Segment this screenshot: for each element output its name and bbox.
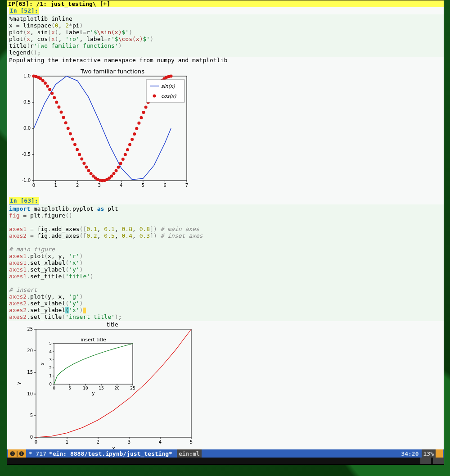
svg-point-40 xyxy=(62,116,65,119)
svg-text:15: 15 xyxy=(99,386,104,390)
svg-point-37 xyxy=(55,100,58,104)
svg-text:x: x xyxy=(112,445,115,449)
paren-match-open: ( xyxy=(65,307,69,313)
svg-text:10: 10 xyxy=(27,391,33,396)
svg-rect-120 xyxy=(54,344,133,384)
svg-point-72 xyxy=(135,127,138,130)
svg-point-63 xyxy=(115,169,118,172)
svg-text:sin(x): sin(x) xyxy=(161,83,176,89)
modeline-cursor-pos: 34:20 xyxy=(398,450,421,457)
svg-point-48 xyxy=(80,158,83,161)
svg-text:0: 0 xyxy=(53,386,55,390)
svg-text:y: y xyxy=(92,391,95,396)
stdout-1: Populating the interactive namespace fro… xyxy=(7,57,444,63)
svg-point-52 xyxy=(90,172,93,175)
svg-point-32 xyxy=(44,82,47,85)
svg-text:5: 5 xyxy=(68,386,71,390)
svg-point-43 xyxy=(69,132,72,136)
svg-text:10: 10 xyxy=(83,386,88,390)
svg-point-45 xyxy=(73,143,76,146)
modeline-percent: 13% xyxy=(422,449,436,458)
svg-point-62 xyxy=(112,172,115,175)
svg-point-33 xyxy=(46,85,49,88)
code-block-1[interactable]: %matplotlib inline x = linspace(0, 2*pi)… xyxy=(7,14,444,57)
notebook-cell-1: In [52]: %matplotlib inline x = linspace… xyxy=(7,7,444,193)
svg-text:5: 5 xyxy=(30,413,33,418)
svg-point-71 xyxy=(133,132,136,136)
svg-point-87 xyxy=(170,75,173,78)
svg-point-65 xyxy=(119,162,122,165)
svg-text:1: 1 xyxy=(49,374,52,378)
svg-point-42 xyxy=(67,127,70,130)
svg-point-91 xyxy=(153,95,156,98)
svg-point-73 xyxy=(137,122,140,125)
svg-point-74 xyxy=(140,116,143,119)
svg-text:-0.5: -0.5 xyxy=(22,152,31,157)
svg-text:3: 3 xyxy=(49,358,52,362)
svg-text:25: 25 xyxy=(130,386,135,390)
svg-point-68 xyxy=(126,148,129,151)
svg-point-61 xyxy=(110,175,113,178)
notebook-cell-2: In [63]: import matplotlib.pyplot as plt… xyxy=(7,197,444,453)
in-prompt-1: In [52]: xyxy=(9,7,39,14)
minibuffer-indicator-2 xyxy=(433,458,444,464)
svg-text:15: 15 xyxy=(27,370,33,375)
svg-text:2: 2 xyxy=(97,440,99,444)
svg-text:5: 5 xyxy=(142,183,144,188)
svg-text:3: 3 xyxy=(98,183,101,188)
svg-point-50 xyxy=(85,166,88,169)
chart-title-with-inset: title 0123450510152025xy insert title051… xyxy=(9,321,198,449)
minibuffer[interactable] xyxy=(7,458,444,464)
svg-text:insert title: insert title xyxy=(81,337,106,343)
svg-text:cos(x): cos(x) xyxy=(161,93,176,99)
svg-point-75 xyxy=(142,111,145,114)
svg-text:20: 20 xyxy=(27,348,33,353)
svg-text:0: 0 xyxy=(35,440,37,444)
modeline: ❷|❶ * 717 *ein: 8888/test.ipynb/just_tes… xyxy=(7,449,444,458)
svg-text:2: 2 xyxy=(76,183,79,188)
minibuffer-indicator-1 xyxy=(420,458,431,464)
svg-point-34 xyxy=(48,88,51,91)
svg-text:7: 7 xyxy=(185,183,188,188)
svg-point-31 xyxy=(41,79,45,82)
svg-text:3: 3 xyxy=(128,440,130,444)
svg-point-46 xyxy=(76,148,79,151)
svg-text:0: 0 xyxy=(32,183,35,188)
svg-text:6: 6 xyxy=(163,183,166,188)
svg-point-38 xyxy=(57,105,60,109)
svg-text:25: 25 xyxy=(27,326,33,331)
code-block-2[interactable]: import matplotlib.pyplot as plt fig = pl… xyxy=(7,204,444,321)
modeline-end-cap xyxy=(436,449,443,458)
svg-text:2: 2 xyxy=(49,366,52,370)
svg-point-36 xyxy=(53,96,56,99)
svg-point-39 xyxy=(60,111,63,114)
svg-text:0.0: 0.0 xyxy=(23,126,31,131)
svg-point-44 xyxy=(71,138,74,141)
svg-point-35 xyxy=(50,92,54,95)
modeline-mode: ein:ml xyxy=(177,449,202,458)
in-prompt-2: In [63]: xyxy=(9,197,39,204)
svg-text:1.0: 1.0 xyxy=(23,73,31,78)
svg-point-64 xyxy=(117,166,120,169)
modeline-buffer-name: *ein: 8888/test.ipynb/just_testing* xyxy=(49,450,172,457)
tab-bar[interactable]: IP[63]: /1: just_testing\ [+] xyxy=(7,0,444,7)
svg-point-66 xyxy=(122,158,125,161)
chart-two-familiar-functions: Two familiar functions 01234567-1.0-0.50… xyxy=(9,67,189,190)
svg-text:y: y xyxy=(16,381,22,385)
svg-text:x: x xyxy=(40,363,45,365)
svg-text:0: 0 xyxy=(30,435,33,440)
svg-text:1: 1 xyxy=(54,183,57,188)
svg-point-67 xyxy=(124,153,127,156)
svg-text:-1.0: -1.0 xyxy=(22,178,31,183)
chart2-title: title xyxy=(107,321,118,328)
editor-frame: IP[63]: /1: just_testing\ [+] In [52]: %… xyxy=(7,0,444,465)
modeline-badge: ❷|❶ xyxy=(8,449,26,458)
svg-text:0.5: 0.5 xyxy=(23,100,31,104)
svg-text:1: 1 xyxy=(66,440,68,444)
svg-text:5: 5 xyxy=(190,440,193,444)
svg-point-51 xyxy=(87,169,90,172)
modeline-modified: * 717 xyxy=(26,450,49,457)
svg-point-49 xyxy=(82,162,86,165)
svg-point-76 xyxy=(144,106,148,109)
svg-text:4: 4 xyxy=(120,183,122,188)
